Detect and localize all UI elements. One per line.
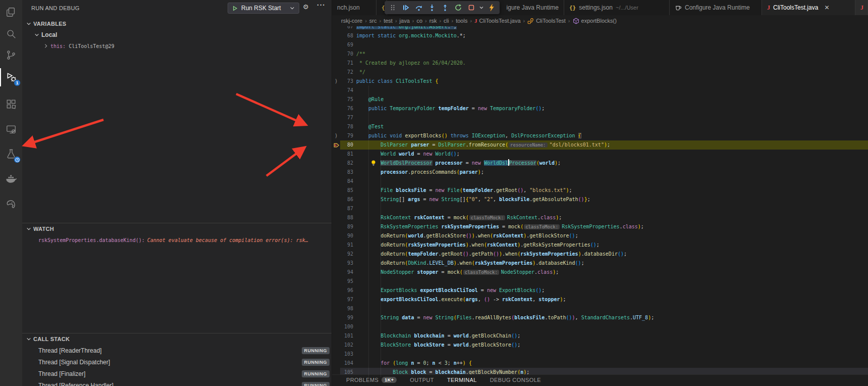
gutter-glyph-margin[interactable] (332, 68, 340, 77)
breadcrumb-item[interactable]: rsk (429, 18, 437, 24)
panel-tab-problems[interactable]: PROBLEMS1K+ (346, 377, 397, 383)
gutter-glyph-margin[interactable] (332, 104, 340, 113)
breadcrumb-item[interactable]: CliToolsTest (527, 18, 566, 24)
line-number[interactable]: 83 (340, 168, 353, 177)
variables-header[interactable]: VARIABLES (22, 18, 332, 29)
breadcrumb-item[interactable]: co (416, 18, 422, 24)
variable-this[interactable]: this: CliToolsTest@29 (22, 40, 332, 52)
line-number[interactable]: 78 (340, 122, 353, 131)
line-number[interactable]: 73 (340, 77, 353, 86)
code-line-102[interactable]: 102 BlockStore blockStore = world.getBlo… (332, 341, 868, 350)
code-line-88[interactable]: 88 RskContext rskContext = mock(classToM… (332, 213, 868, 222)
line-number[interactable]: 81 (340, 150, 353, 159)
gutter-glyph-margin[interactable] (332, 150, 340, 159)
gutter-glyph-margin[interactable] (332, 322, 340, 331)
line-number[interactable]: 72 (340, 68, 353, 77)
lightbulb-icon[interactable] (370, 160, 376, 169)
breadcrumb-item[interactable]: JCliToolsTest.java (474, 18, 520, 24)
gutter-glyph-margin[interactable] (332, 286, 340, 295)
code-line-92[interactable]: 92 doReturn(tempFolder.getRoot().getPath… (332, 250, 868, 259)
code-line-77[interactable]: 77 (332, 113, 868, 122)
line-number[interactable]: 67 (340, 26, 353, 31)
gutter-glyph-margin[interactable] (332, 31, 340, 40)
code-line-85[interactable]: 85 File blocksFile = new File(tempFolder… (332, 186, 868, 195)
gutter-glyph-margin[interactable] (332, 304, 340, 313)
testing-icon[interactable] (0, 143, 22, 165)
tab-settings-json[interactable]: {}settings.json~/.../User (564, 0, 670, 15)
run-and-debug-icon[interactable]: 1 (0, 66, 22, 88)
call-stack-header[interactable]: CALL STACK (22, 333, 332, 345)
line-number[interactable]: 97 (340, 295, 353, 304)
gutter-glyph-margin[interactable] (332, 295, 340, 304)
code-line-87[interactable]: 87 (332, 204, 868, 213)
panel-tab-output[interactable]: OUTPUT (410, 377, 434, 383)
gutter-glyph-margin[interactable] (332, 50, 340, 59)
tab-nch-json[interactable]: nch.json (332, 0, 376, 15)
breadcrumb-item[interactable]: exportBlocks() (573, 18, 617, 24)
code-editor[interactable]: 67import static org.junit.Assert.*;68imp… (332, 26, 868, 377)
code-line-94[interactable]: 94 NodeStopper stopper = mock(classToMoc… (332, 268, 868, 277)
gutter-glyph-margin[interactable] (332, 359, 340, 368)
call-stack-thread[interactable]: Thread [Signal Dispatcher]RUNNING (22, 356, 332, 368)
breadcrumb-item[interactable]: java (400, 18, 410, 24)
line-number[interactable]: 99 (340, 313, 353, 322)
gutter-glyph-margin[interactable] (332, 195, 340, 204)
step-out-icon[interactable] (440, 2, 451, 13)
gutter-glyph-margin[interactable] (332, 240, 340, 250)
gutter-glyph-margin[interactable] (332, 250, 340, 259)
explorer-icon[interactable] (0, 1, 22, 23)
line-number[interactable]: 70 (340, 50, 353, 59)
line-number[interactable]: 69 (340, 40, 353, 50)
code-line-78[interactable]: 78 @Test (332, 122, 868, 131)
line-number[interactable]: 84 (340, 177, 353, 186)
code-line-74[interactable]: 74 (332, 86, 868, 95)
line-number[interactable]: 75 (340, 95, 353, 104)
gutter-glyph-margin[interactable] (332, 168, 340, 177)
gutter-glyph-margin[interactable]: ) (332, 131, 340, 140)
line-number[interactable]: 93 (340, 259, 353, 268)
line-number[interactable]: 74 (340, 86, 353, 95)
breadcrumb-item[interactable]: src (369, 18, 377, 24)
debug-start-icon[interactable] (232, 6, 238, 11)
line-number[interactable]: 94 (340, 268, 353, 277)
line-number[interactable]: 88 (340, 213, 353, 222)
code-line-86[interactable]: 86 String[] args = new String[]{"0", "2"… (332, 195, 868, 204)
gutter-glyph-margin[interactable] (332, 268, 340, 277)
tab-clitoolstest-java[interactable]: JCliToolsTest.java✕ (762, 0, 855, 15)
line-number[interactable]: 82 (340, 159, 353, 168)
step-into-icon[interactable] (426, 2, 438, 13)
line-number[interactable]: 104 (340, 359, 353, 368)
code-line-71[interactable]: 71 * Created by ajlopez on 26/04/2020. (332, 59, 868, 68)
panel-tab-terminal[interactable]: TERMINAL (447, 377, 477, 383)
line-number[interactable]: 85 (340, 186, 353, 195)
code-line-67[interactable]: 67import static org.junit.Assert.*; (332, 26, 868, 31)
code-line-79[interactable]: )79 public void exportBlocks() throws IO… (332, 131, 868, 140)
gutter-glyph-margin[interactable]: ) (332, 77, 340, 86)
stop-icon[interactable] (466, 2, 477, 13)
tab-configure-java-runtime[interactable]: Configure Java Runtime (670, 0, 762, 15)
step-over-icon[interactable] (413, 2, 424, 13)
code-line-68[interactable]: 68import static org.mockito.Mockito.*; (332, 31, 868, 40)
line-number[interactable]: 95 (340, 277, 353, 286)
breadcrumb-item[interactable]: cli (444, 18, 449, 24)
code-line-97[interactable]: 97 exportBlocksCliTool.execute(args, () … (332, 295, 868, 304)
line-number[interactable]: 92 (340, 250, 353, 259)
line-number[interactable]: 101 (340, 331, 353, 341)
tab-stub[interactable]: J (855, 0, 868, 15)
code-line-99[interactable]: 99 String data = new String(Files.readAl… (332, 313, 868, 322)
code-line-73[interactable]: )73public class CliToolsTest { (332, 77, 868, 86)
code-line-91[interactable]: 91 doReturn(rskSystemProperties).when(rs… (332, 240, 868, 250)
gutter-glyph-margin[interactable] (332, 40, 340, 50)
gutter-glyph-margin[interactable] (332, 140, 340, 150)
code-line-76[interactable]: 76 public TemporaryFolder tempFolder = n… (332, 104, 868, 113)
hot-code-replace-icon[interactable] (486, 2, 497, 13)
gutter-glyph-margin[interactable] (332, 59, 340, 68)
close-icon[interactable]: ✕ (824, 4, 829, 11)
code-line-98[interactable]: 98 (332, 304, 868, 313)
line-number[interactable]: 80 (340, 140, 353, 150)
line-number[interactable]: 91 (340, 240, 353, 250)
gutter-glyph-margin[interactable] (332, 113, 340, 122)
gutter-glyph-margin[interactable] (332, 204, 340, 213)
code-line-84[interactable]: 84 (332, 177, 868, 186)
gutter-glyph-margin[interactable] (332, 213, 340, 222)
